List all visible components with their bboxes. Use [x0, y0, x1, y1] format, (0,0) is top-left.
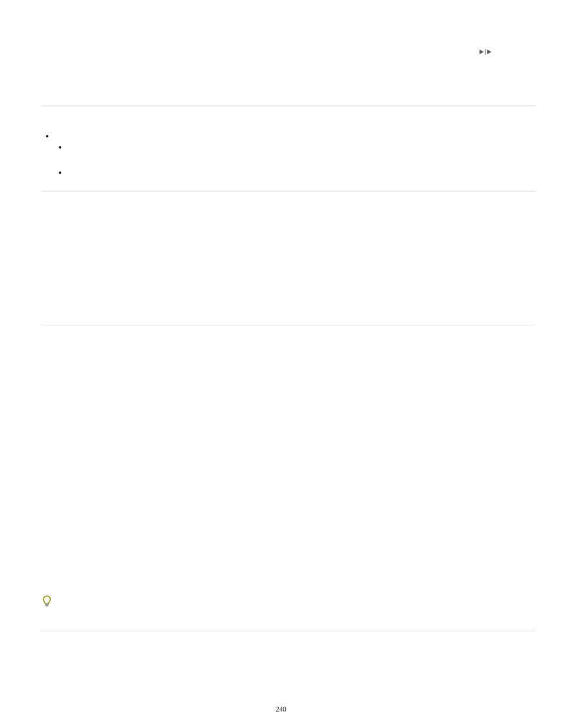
divider	[41, 191, 535, 192]
svg-marker-0	[480, 50, 484, 54]
bullet	[59, 146, 61, 149]
divider	[41, 106, 535, 106]
divider	[41, 631, 535, 631]
page-number: 240	[0, 705, 562, 714]
svg-rect-7	[46, 606, 47, 607]
divider	[41, 325, 535, 325]
play-forward-icon	[480, 49, 492, 55]
lightbulb-icon	[42, 595, 51, 610]
svg-rect-4	[45, 604, 48, 606]
bullet	[46, 135, 48, 137]
bullet	[59, 172, 61, 174]
svg-point-3	[45, 597, 47, 599]
svg-marker-2	[487, 50, 491, 54]
document-page: 240	[0, 0, 562, 728]
